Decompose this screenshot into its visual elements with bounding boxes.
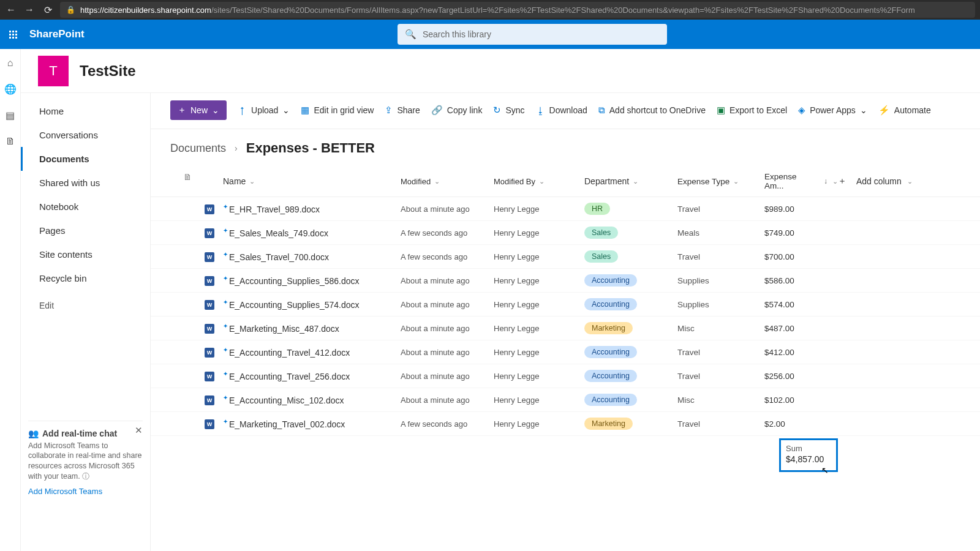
promo-link[interactable]: Add Microsoft Teams (28, 487, 102, 496)
modified-by-cell[interactable]: Henry Legge (494, 228, 584, 238)
department-pill: Accounting (584, 346, 637, 358)
file-name[interactable]: E_Accounting_Travel_256.docx (229, 372, 350, 381)
col-expense-amount[interactable]: Expense Am...↓⌄ (764, 172, 838, 190)
nav-item-pages[interactable]: Pages (21, 219, 150, 242)
table-row[interactable]: W✦E_Marketing_Travel_002.docxA few secon… (151, 412, 980, 436)
copy-link-button[interactable]: 🔗Copy link (431, 105, 483, 116)
forward-icon[interactable]: → (23, 4, 36, 15)
share-button[interactable]: ⇪Share (385, 105, 420, 116)
address-bar[interactable]: 🔒 https://citizenbuilders.sharepoint.com… (60, 2, 975, 18)
file-name[interactable]: E_Accounting_Supplies_586.docx (229, 276, 360, 286)
export-excel-button[interactable]: ▣Export to Excel (717, 105, 787, 116)
table-row[interactable]: W✦E_Accounting_Travel_256.docxAbout a mi… (151, 364, 980, 388)
modified-cell: About a minute ago (401, 348, 494, 357)
file-name[interactable]: E_Marketing_Travel_002.docx (229, 419, 345, 429)
file-name[interactable]: E_Accounting_Misc_102.docx (229, 395, 344, 405)
sum-label: Sum (786, 444, 831, 453)
table-row[interactable]: W✦E_Accounting_Travel_412.docxAbout a mi… (151, 340, 980, 364)
shortcut-icon: ⧉ (598, 105, 605, 116)
file-name[interactable]: E_Sales_Meals_749.docx (229, 228, 328, 238)
nav-item-site-contents[interactable]: Site contents (21, 242, 150, 266)
col-name[interactable]: Name⌄ (223, 172, 401, 190)
table-row[interactable]: W✦E_Sales_Travel_700.docxA few seconds a… (151, 245, 980, 269)
col-modified[interactable]: Modified⌄ (401, 172, 494, 190)
plus-icon: ＋ (178, 105, 186, 116)
automate-icon: ⚡ (878, 105, 890, 116)
expense-type-cell: Supplies (677, 276, 764, 285)
word-doc-icon: W (205, 324, 214, 334)
news-icon[interactable]: ▤ (6, 110, 15, 121)
modified-by-cell[interactable]: Henry Legge (494, 300, 584, 309)
table-row[interactable]: W✦E_Accounting_Supplies_574.docxAbout a … (151, 293, 980, 317)
edit-grid-button[interactable]: ▦Edit in grid view (301, 105, 374, 116)
modified-cell: About a minute ago (401, 204, 494, 214)
power-apps-button[interactable]: ◈Power Apps⌄ (798, 105, 867, 116)
reload-icon[interactable]: ⟳ (42, 4, 54, 16)
close-icon[interactable]: ✕ (135, 425, 143, 436)
modified-by-cell[interactable]: Henry Legge (494, 252, 584, 261)
expense-amount-cell: $586.00 (764, 276, 838, 285)
breadcrumb-parent[interactable]: Documents (170, 142, 226, 155)
nav-item-conversations[interactable]: Conversations (21, 123, 150, 147)
sync-button[interactable]: ↻Sync (493, 105, 524, 116)
chevron-down-icon: ⌄ (282, 105, 290, 115)
modified-by-cell[interactable]: Henry Legge (494, 395, 584, 405)
modified-cell: A few seconds ago (401, 228, 494, 238)
col-modified-by[interactable]: Modified By⌄ (494, 172, 584, 190)
left-navigation: HomeConversationsDocumentsShared with us… (21, 93, 151, 551)
modified-by-cell[interactable]: Henry Legge (494, 204, 584, 214)
word-doc-icon: W (205, 372, 214, 381)
file-name[interactable]: E_Accounting_Travel_412.docx (229, 348, 350, 358)
home-icon[interactable]: ⌂ (7, 58, 13, 69)
col-department[interactable]: Department⌄ (584, 172, 677, 190)
file-name[interactable]: E_HR_Travel_989.docx (229, 204, 320, 214)
department-pill: Marketing (584, 418, 633, 430)
add-column-button[interactable]: ＋ Add column ⌄ (838, 172, 960, 190)
files-icon[interactable]: 🗎 (6, 136, 15, 147)
expense-type-cell: Travel (677, 372, 764, 381)
table-row[interactable]: W✦E_Accounting_Misc_102.docxAbout a minu… (151, 388, 980, 412)
nav-item-home[interactable]: Home (21, 99, 150, 123)
table-row[interactable]: W✦E_Accounting_Supplies_586.docxAbout a … (151, 269, 980, 293)
site-title[interactable]: TestSite (80, 62, 136, 80)
expense-type-cell: Meals (677, 228, 764, 238)
search-input[interactable]: 🔍 Search this library (398, 24, 667, 45)
file-header-icon[interactable]: 🗎 (183, 172, 192, 190)
chevron-down-icon: ⌄ (212, 105, 219, 115)
chevron-down-icon: ⌄ (905, 178, 913, 186)
modified-by-cell[interactable]: Henry Legge (494, 419, 584, 429)
expense-amount-cell: $2.00 (764, 419, 838, 429)
modified-by-cell[interactable]: Henry Legge (494, 348, 584, 357)
table-row[interactable]: W✦E_HR_Travel_989.docxAbout a minute ago… (151, 197, 980, 221)
modified-by-cell[interactable]: Henry Legge (494, 276, 584, 285)
shortcut-button[interactable]: ⧉Add shortcut to OneDrive (598, 105, 706, 116)
new-button[interactable]: ＋New⌄ (170, 100, 227, 120)
upload-button[interactable]: ⭡Upload⌄ (238, 105, 290, 116)
nav-edit-link[interactable]: Edit (21, 294, 150, 317)
info-icon[interactable]: ⓘ (82, 472, 89, 481)
table-row[interactable]: W✦E_Sales_Meals_749.docxA few seconds ag… (151, 221, 980, 245)
nav-item-documents[interactable]: Documents (21, 147, 150, 171)
chevron-down-icon: ⌄ (249, 178, 255, 186)
app-launcher-icon[interactable] (2, 24, 23, 45)
site-logo[interactable]: T (38, 56, 69, 86)
department-pill: Sales (584, 227, 618, 239)
col-expense-type[interactable]: Expense Type⌄ (677, 172, 764, 190)
modified-by-cell[interactable]: Henry Legge (494, 324, 584, 333)
modified-by-cell[interactable]: Henry Legge (494, 372, 584, 381)
download-button[interactable]: ⭳Download (536, 105, 587, 116)
table-row[interactable]: W✦E_Marketing_Misc_487.docxAbout a minut… (151, 317, 980, 340)
back-icon[interactable]: ← (5, 4, 17, 15)
globe-icon[interactable]: 🌐 (4, 83, 17, 95)
word-doc-icon: W (205, 419, 214, 429)
file-name[interactable]: E_Accounting_Supplies_574.docx (229, 300, 360, 310)
new-indicator-icon: ✦ (223, 251, 228, 258)
nav-item-recycle-bin[interactable]: Recycle bin (21, 266, 150, 290)
file-name[interactable]: E_Marketing_Misc_487.docx (229, 324, 339, 334)
file-name[interactable]: E_Sales_Travel_700.docx (229, 252, 329, 262)
sharepoint-brand[interactable]: SharePoint (29, 28, 85, 40)
automate-button[interactable]: ⚡Automate (878, 105, 931, 116)
nav-item-notebook[interactable]: Notebook (21, 195, 150, 219)
nav-item-shared-with-us[interactable]: Shared with us (21, 171, 150, 195)
new-indicator-icon: ✦ (223, 394, 228, 401)
